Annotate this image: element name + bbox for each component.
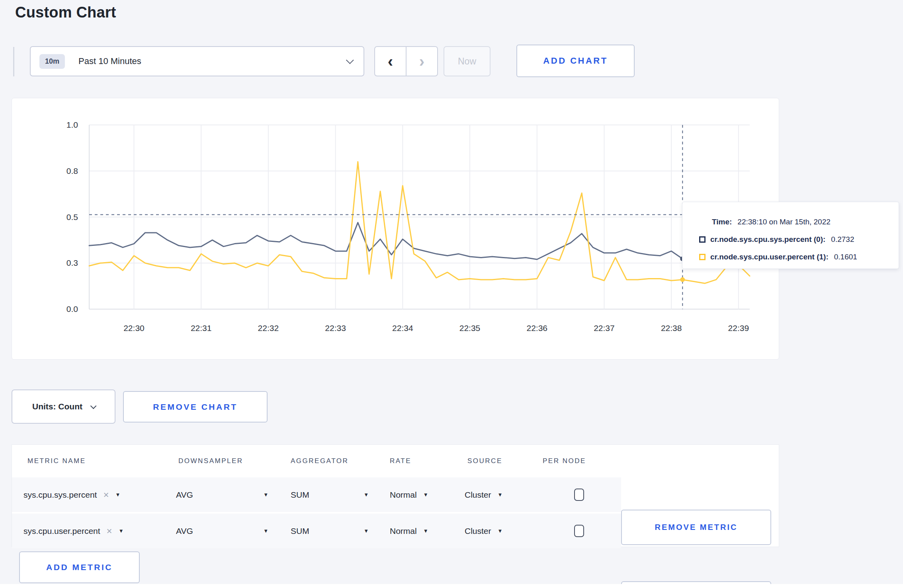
downsampler-value: AVG	[176, 526, 193, 536]
tooltip-series-value: 0.2732	[831, 235, 854, 244]
add-chart-button[interactable]: ADD CHART	[516, 45, 635, 77]
chart-axis-labels: 0.00.30.50.81.022:3022:3122:3222:3322:34…	[66, 120, 749, 333]
source-value: Cluster	[465, 490, 491, 500]
source-select[interactable]: Cluster ▼	[465, 514, 502, 548]
aggregator-select[interactable]: SUM ▼	[291, 514, 369, 548]
tooltip-series-label: cr.node.sys.cpu.user.percent (1):	[710, 253, 829, 261]
chart-gridlines	[89, 125, 750, 309]
svg-text:22:31: 22:31	[191, 323, 212, 333]
svg-text:0.0: 0.0	[66, 304, 78, 313]
page-title: Custom Chart	[15, 4, 116, 21]
prev-time-button[interactable]: ‹	[375, 47, 407, 76]
bottom-strip	[0, 584, 903, 588]
downsampler-select[interactable]: AVG ▼	[176, 477, 268, 512]
col-header-per-node: PER NODE	[543, 457, 586, 465]
svg-text:22:36: 22:36	[526, 323, 547, 333]
svg-text:22:32: 22:32	[258, 323, 279, 333]
caret-down-icon: ▼	[498, 492, 503, 498]
aggregator-select[interactable]: SUM ▼	[291, 477, 369, 512]
remove-metric-button[interactable]: REMOVE METRIC	[621, 510, 771, 545]
user-series-swatch-icon	[699, 254, 706, 260]
svg-text:1.0: 1.0	[66, 120, 78, 129]
tooltip-time-label: Time:	[712, 218, 732, 226]
aggregator-value: SUM	[291, 490, 309, 500]
caret-down-icon: ▼	[115, 492, 120, 498]
tooltip-time-value: 22:38:10 on Mar 15th, 2022	[737, 218, 830, 226]
svg-text:22:33: 22:33	[325, 323, 346, 333]
rate-value: Normal	[390, 490, 417, 500]
metric-row: sys.cpu.user.percent × ▼ AVG ▼ SUM ▼ Nor…	[12, 514, 621, 548]
units-label: Units: Count	[32, 402, 82, 411]
metric-row: sys.cpu.sys.percent × ▼ AVG ▼ SUM ▼ Norm…	[12, 477, 621, 512]
rate-value: Normal	[390, 526, 417, 536]
chevron-down-icon	[90, 403, 97, 409]
aggregator-value: SUM	[291, 526, 309, 536]
source-select[interactable]: Cluster ▼	[465, 477, 502, 512]
svg-text:22:39: 22:39	[728, 323, 749, 333]
tooltip-series-row: cr.node.sys.cpu.user.percent (1): 0.1601	[699, 248, 887, 266]
caret-down-icon: ▼	[263, 528, 268, 534]
time-range-select[interactable]: 10m Past 10 Minutes	[30, 46, 364, 76]
metric-name-select[interactable]: sys.cpu.sys.percent × ▼	[23, 477, 120, 512]
downsampler-select[interactable]: AVG ▼	[176, 514, 268, 548]
clear-metric-icon[interactable]: ×	[107, 526, 112, 537]
now-button[interactable]: Now	[444, 46, 491, 76]
units-select[interactable]: Units: Count	[12, 389, 115, 424]
metrics-table: METRIC NAME DOWNSAMPLER AGGREGATOR RATE …	[12, 444, 779, 547]
caret-down-icon: ▼	[423, 492, 428, 498]
chevron-right-icon: ›	[419, 53, 424, 69]
chart-tooltip: Time: 22:38:10 on Mar 15th, 2022 cr.node…	[682, 202, 899, 269]
user-percent-line	[89, 162, 750, 284]
downsampler-value: AVG	[176, 490, 193, 500]
per-node-cell	[574, 477, 584, 512]
svg-text:22:30: 22:30	[123, 323, 145, 333]
metric-name-value: sys.cpu.user.percent	[23, 526, 100, 536]
caret-down-icon: ▼	[263, 492, 268, 498]
svg-text:0.8: 0.8	[66, 166, 78, 175]
metric-name-value: sys.cpu.sys.percent	[23, 490, 97, 500]
remove-chart-button[interactable]: REMOVE CHART	[123, 391, 268, 423]
chevron-down-icon	[346, 56, 354, 64]
tooltip-series-label: cr.node.sys.cpu.sys.percent (0):	[710, 235, 825, 244]
caret-down-icon: ▼	[498, 528, 503, 534]
tooltip-series-row: cr.node.sys.cpu.sys.percent (0): 0.2732	[699, 231, 887, 248]
svg-text:22:35: 22:35	[459, 323, 481, 333]
sys-percent-line	[89, 222, 750, 259]
svg-text:22:34: 22:34	[392, 323, 413, 333]
toolbar-divider	[13, 47, 14, 76]
time-nav-group: ‹ ›	[374, 46, 438, 76]
per-node-cell	[574, 514, 584, 548]
metric-name-select[interactable]: sys.cpu.user.percent × ▼	[23, 514, 124, 548]
rate-select[interactable]: Normal ▼	[390, 477, 428, 512]
time-range-badge: 10m	[39, 54, 65, 69]
next-time-button[interactable]: ›	[407, 47, 437, 76]
col-header-rate: RATE	[390, 457, 411, 465]
svg-text:22:37: 22:37	[594, 323, 615, 333]
col-header-downsampler: DOWNSAMPLER	[178, 457, 243, 465]
col-header-metric-name: METRIC NAME	[27, 457, 86, 465]
add-metric-button[interactable]: ADD METRIC	[19, 551, 140, 583]
metrics-table-header: METRIC NAME DOWNSAMPLER AGGREGATOR RATE …	[12, 445, 779, 477]
caret-down-icon: ▼	[119, 528, 124, 534]
caret-down-icon: ▼	[364, 492, 369, 498]
per-node-checkbox[interactable]	[574, 525, 584, 537]
rate-select[interactable]: Normal ▼	[390, 514, 428, 548]
chart-svg[interactable]: 0.00.30.50.81.022:3022:3122:3222:3322:34…	[12, 98, 780, 360]
col-header-source: SOURCE	[467, 457, 502, 465]
sys-series-swatch-icon	[699, 236, 706, 243]
svg-text:0.5: 0.5	[66, 212, 78, 222]
source-value: Cluster	[465, 526, 491, 536]
svg-text:0.3: 0.3	[66, 258, 78, 267]
chart-card[interactable]: 0.00.30.50.81.022:3022:3122:3222:3322:34…	[12, 98, 779, 360]
col-header-aggregator: AGGREGATOR	[291, 457, 348, 465]
caret-down-icon: ▼	[364, 528, 369, 534]
chevron-left-icon: ‹	[388, 53, 393, 69]
clear-metric-icon[interactable]: ×	[103, 489, 109, 500]
caret-down-icon: ▼	[423, 528, 428, 534]
per-node-checkbox[interactable]	[574, 489, 584, 501]
svg-text:22:38: 22:38	[661, 323, 682, 333]
user-hover-dot	[680, 277, 685, 282]
time-range-label: Past 10 Minutes	[78, 56, 141, 66]
tooltip-time-row: Time: 22:38:10 on Mar 15th, 2022	[699, 213, 887, 231]
tooltip-series-value: 0.1601	[834, 253, 857, 261]
